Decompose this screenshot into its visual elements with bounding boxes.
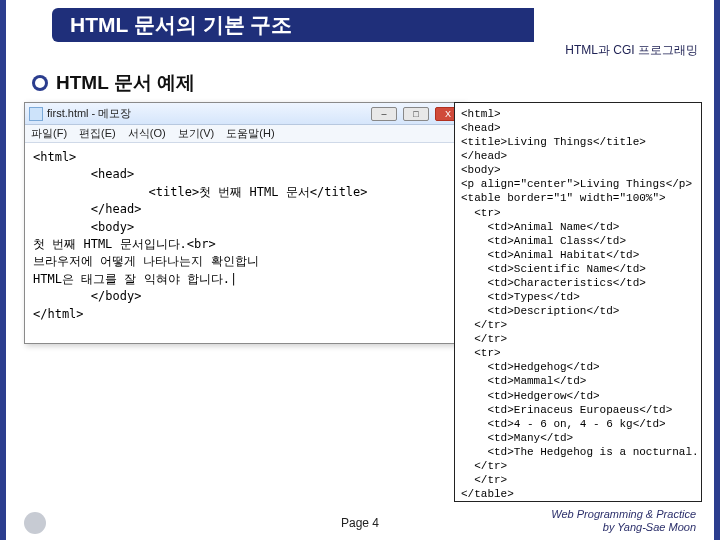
menu-file[interactable]: 파일(F) — [31, 126, 67, 141]
menu-format[interactable]: 서식(O) — [128, 126, 166, 141]
course-label: HTML과 CGI 프로그래밍 — [565, 42, 698, 59]
menu-help[interactable]: 도움말(H) — [226, 126, 274, 141]
menu-edit[interactable]: 편집(E) — [79, 126, 116, 141]
notepad-body[interactable]: <html> <head> <title>첫 번째 HTML 문서</title… — [25, 143, 465, 329]
maximize-button[interactable]: □ — [403, 107, 429, 121]
university-logo — [24, 512, 46, 534]
notepad-app-icon — [29, 107, 43, 121]
slide: HTML 문서의 기본 구조 HTML과 CGI 프로그래밍 HTML 문서 예… — [0, 0, 720, 540]
section-heading: HTML 문서 예제 — [32, 70, 714, 96]
content-area: first.html - 메모장 – □ X 파일(F) 편집(E) 서식(O)… — [24, 102, 696, 502]
menu-view[interactable]: 보기(V) — [178, 126, 215, 141]
notepad-titlebar: first.html - 메모장 – □ X — [25, 103, 465, 125]
minimize-button[interactable]: – — [371, 107, 397, 121]
footer: Page 4 Web Programming & Practice by Yan… — [6, 508, 714, 534]
notepad-window: first.html - 메모장 – □ X 파일(F) 편집(E) 서식(O)… — [24, 102, 466, 344]
header: HTML 문서의 기본 구조 — [6, 0, 714, 46]
notepad-title-text: first.html - 메모장 — [47, 106, 131, 121]
section-heading-text: HTML 문서 예제 — [56, 70, 195, 96]
credit: Web Programming & Practice by Yang-Sae M… — [551, 508, 696, 534]
page-number: Page 4 — [341, 516, 379, 530]
notepad-menubar: 파일(F) 편집(E) 서식(O) 보기(V) 도움말(H) — [25, 125, 465, 143]
slide-title: HTML 문서의 기본 구조 — [52, 8, 534, 42]
bullet-icon — [32, 75, 48, 91]
credit-line1: Web Programming & Practice — [551, 508, 696, 521]
code-panel: <html> <head> <title>Living Things</titl… — [454, 102, 702, 502]
credit-line2: by Yang-Sae Moon — [551, 521, 696, 534]
